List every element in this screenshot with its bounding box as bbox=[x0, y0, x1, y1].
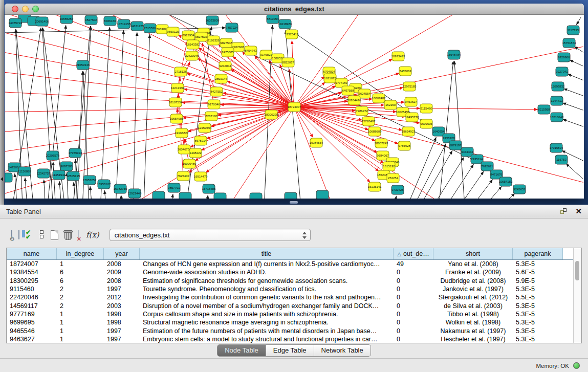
graph-edge[interactable] bbox=[15, 173, 18, 199]
graph-edge[interactable] bbox=[391, 196, 397, 199]
graph-node[interactable]: 11325419 bbox=[285, 30, 299, 39]
graph-node[interactable]: 15716485 bbox=[202, 184, 216, 193]
graph-node[interactable]: 116753 bbox=[555, 155, 568, 164]
new-column-icon[interactable] bbox=[51, 230, 58, 240]
graph-node[interactable]: 9115460 bbox=[420, 104, 432, 113]
graph-edge[interactable] bbox=[5, 92, 294, 107]
graph-node[interactable]: 16782759 bbox=[114, 184, 127, 193]
network-canvas[interactable]: 2405572420691406106552571527602846616010… bbox=[5, 15, 583, 199]
graph-edge[interactable] bbox=[294, 107, 583, 184]
column-header-title[interactable]: title bbox=[140, 248, 394, 259]
tab-network-table[interactable]: Network Table bbox=[314, 345, 371, 356]
graph-node[interactable]: 9146821 bbox=[260, 50, 272, 59]
graph-node[interactable]: 17016504 bbox=[550, 143, 563, 152]
graph-edge[interactable] bbox=[44, 180, 46, 199]
graph-node[interactable]: 6879197 bbox=[449, 141, 462, 150]
graph-edge[interactable] bbox=[454, 61, 466, 199]
graph-edge[interactable] bbox=[568, 74, 583, 82]
delete-column-icon[interactable] bbox=[64, 232, 72, 240]
graph-edge[interactable] bbox=[220, 107, 294, 199]
graph-node[interactable]: 21053346 bbox=[76, 60, 90, 70]
table-row[interactable]: 1456911722003Disruption of a novel membe… bbox=[7, 301, 581, 310]
tab-edge-table[interactable]: Edge Table bbox=[266, 345, 314, 356]
scrollbar-thumb[interactable] bbox=[575, 261, 579, 280]
graph-node[interactable]: 19166827 bbox=[175, 128, 189, 138]
table-row[interactable]: 946362711997Embryonic stem cells: a mode… bbox=[7, 335, 581, 343]
graph-node[interactable]: 3475685 bbox=[222, 48, 234, 57]
graph-node[interactable]: 8466160 bbox=[104, 16, 116, 26]
graph-node[interactable]: 16914479 bbox=[194, 172, 208, 181]
minimize-traffic-light-icon[interactable] bbox=[22, 6, 29, 12]
collapse-west-panel-icon[interactable] bbox=[1, 177, 3, 181]
graph-node[interactable]: 12353594 bbox=[198, 123, 212, 133]
vertical-scrollbar[interactable] bbox=[573, 248, 581, 343]
table-row[interactable]: 1830029562008Estimation of significance … bbox=[7, 277, 581, 285]
graph-node[interactable]: 9660125 bbox=[167, 27, 179, 36]
graph-node[interactable] bbox=[316, 190, 329, 199]
function-builder-icon[interactable]: f(x) bbox=[86, 230, 99, 239]
graph-node[interactable]: 10655257 bbox=[60, 15, 74, 24]
graph-node[interactable]: 162160 bbox=[384, 100, 397, 110]
graph-node[interactable]: 15751874 bbox=[562, 38, 576, 48]
graph-node[interactable]: 8454743 bbox=[245, 46, 257, 55]
graph-node[interactable]: 16135141 bbox=[368, 182, 382, 191]
graph-node[interactable]: 24055724 bbox=[9, 18, 23, 28]
graph-edge[interactable] bbox=[205, 195, 208, 199]
graph-edge[interactable] bbox=[121, 195, 124, 199]
graph-node[interactable]: 1117195 bbox=[567, 26, 579, 35]
table-settings-icon[interactable]: ⚙ bbox=[11, 230, 12, 239]
zoom-traffic-light-icon[interactable] bbox=[32, 6, 39, 12]
graph-node[interactable]: 18300295 bbox=[265, 110, 278, 119]
graph-edge[interactable] bbox=[566, 164, 583, 184]
graph-node[interactable]: 17359924 bbox=[69, 148, 82, 158]
graph-edge[interactable] bbox=[100, 27, 110, 199]
graph-node[interactable]: 12975185 bbox=[403, 82, 417, 91]
column-header-pagerank[interactable]: pagerank bbox=[513, 248, 563, 259]
column-header-name[interactable]: name bbox=[7, 248, 57, 259]
window-titlebar[interactable]: citations_edges.txt bbox=[5, 4, 584, 15]
close-panel-icon[interactable]: ✕ bbox=[575, 208, 582, 215]
graph-node[interactable]: 12923448 bbox=[128, 189, 142, 198]
graph-node[interactable]: 11156869 bbox=[18, 167, 31, 176]
graph-node[interactable]: 16648784 bbox=[447, 50, 461, 59]
graph-node[interactable]: 16958107 bbox=[97, 180, 111, 189]
graph-node[interactable]: 1615192 bbox=[383, 162, 395, 171]
graph-node[interactable]: 10807487 bbox=[372, 94, 386, 103]
graph-edge[interactable] bbox=[169, 194, 173, 199]
graph-node[interactable]: 19218986 bbox=[278, 19, 292, 29]
graph-node[interactable]: 11451944 bbox=[52, 170, 66, 180]
graph-node[interactable]: 7857224 bbox=[226, 23, 238, 32]
table-row[interactable]: 969969511998Structural magnetic resonanc… bbox=[7, 318, 581, 326]
graph-node[interactable]: 8822037 bbox=[282, 58, 294, 67]
graph-node[interactable]: 18807243 bbox=[375, 139, 388, 148]
graph-node[interactable]: 10973493 bbox=[391, 52, 405, 61]
graph-node-hub[interactable]: 18724007 bbox=[288, 102, 301, 112]
network-window[interactable]: citations_edges.txt 24055724206914061065… bbox=[5, 4, 584, 199]
table-row[interactable]: 1872400712008Changes of HCN gene express… bbox=[7, 260, 581, 268]
graph-edge[interactable] bbox=[5, 71, 294, 107]
graph-node[interactable] bbox=[153, 191, 165, 199]
graph-node[interactable]: 12213399 bbox=[171, 83, 185, 93]
graph-node[interactable]: 8813054 bbox=[267, 15, 279, 24]
graph-edge[interactable] bbox=[294, 107, 399, 144]
graph-node[interactable]: 9329966 bbox=[558, 53, 570, 62]
graph-edge[interactable] bbox=[570, 60, 583, 69]
graph-node[interactable]: 20364436 bbox=[347, 96, 361, 105]
graph-node[interactable]: 6497568 bbox=[342, 86, 354, 95]
graph-edge[interactable] bbox=[576, 17, 581, 25]
graph-edge[interactable] bbox=[230, 69, 294, 107]
graph-node[interactable]: 9097588 bbox=[60, 162, 73, 171]
graph-edge[interactable] bbox=[563, 89, 583, 98]
graph-node[interactable]: 1621072 bbox=[324, 74, 336, 83]
graph-node[interactable]: 2718126 bbox=[175, 67, 187, 76]
graph-edge[interactable] bbox=[82, 26, 91, 199]
graph-node[interactable]: 19495778 bbox=[405, 113, 419, 122]
graph-node[interactable]: 10688609 bbox=[368, 127, 382, 136]
delete-table-icon[interactable]: ✕ bbox=[78, 230, 79, 239]
table-row[interactable]: 2242004622012Investigating the contribut… bbox=[7, 293, 581, 301]
graph-node[interactable]: 8678314 bbox=[194, 136, 207, 145]
graph-edge[interactable] bbox=[562, 103, 583, 112]
graph-node[interactable] bbox=[285, 192, 297, 199]
graph-node[interactable]: 8186328 bbox=[207, 36, 220, 45]
graph-node[interactable]: 16033809 bbox=[206, 16, 220, 25]
